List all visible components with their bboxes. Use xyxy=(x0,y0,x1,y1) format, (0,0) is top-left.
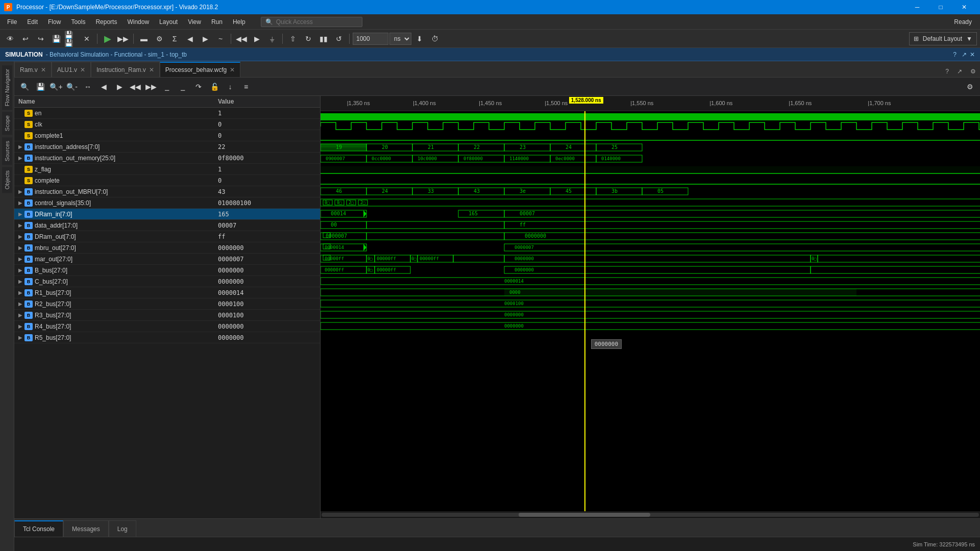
signal-expand-3[interactable]: ▶ xyxy=(18,144,24,149)
menu-flow[interactable]: Flow xyxy=(43,14,66,30)
signal-row-19[interactable]: ▶BR4_bus[27:0]0000000 xyxy=(14,321,320,332)
save-button[interactable]: 💾 xyxy=(49,32,63,46)
wave-del-marker-icon[interactable]: ⎯ xyxy=(176,80,190,94)
tab-settings-icon[interactable]: ⚙ xyxy=(966,66,980,77)
signal-row-20[interactable]: ▶BR5_bus[27:0]0000000 xyxy=(14,332,320,343)
arrow-right-button[interactable]: ▶ xyxy=(198,32,212,46)
sidebar-tab-objects[interactable]: Objects xyxy=(2,167,12,193)
wave-search-icon[interactable]: 🔍 xyxy=(17,80,32,94)
signal-row-7[interactable]: ▶Binstruction_out_MBRU[7:0]43 xyxy=(14,186,320,197)
signal-row-5[interactable]: Sz_flag1 xyxy=(14,164,320,175)
signal-row-6[interactable]: Scomplete0 xyxy=(14,175,320,186)
signal-row-12[interactable]: ▶Bmbru_out[27:0]0000000 xyxy=(14,242,320,254)
menu-view[interactable]: View xyxy=(183,14,206,30)
signal-row-17[interactable]: ▶BR2_bus[27:0]0000100 xyxy=(14,298,320,310)
wave-stretch-icon[interactable]: ↓ xyxy=(223,80,237,94)
wave-zoom-in-icon[interactable]: 🔍+ xyxy=(49,80,63,94)
wave-save-icon[interactable]: 💾 xyxy=(33,80,47,94)
up-button[interactable]: ⇧ xyxy=(286,32,300,46)
signal-row-10[interactable]: ▶Bdata_addr[17:0]00007 xyxy=(14,220,320,231)
tab-float-icon[interactable]: ↗ xyxy=(953,66,966,77)
menu-file[interactable]: File xyxy=(2,14,22,30)
sum-button[interactable]: Σ xyxy=(167,32,182,46)
quick-access-bar[interactable]: 🔍 xyxy=(261,17,362,27)
signal-row-1[interactable]: Sclk0 xyxy=(14,119,320,130)
waveform-canvas[interactable]: 19 20 21 22 23 24 25 xyxy=(321,111,980,511)
close-button2[interactable]: ✕ xyxy=(80,32,94,46)
waveform-scrollbar[interactable] xyxy=(321,511,980,518)
signal-expand-16[interactable]: ▶ xyxy=(18,290,24,295)
signal-expand-7[interactable]: ▶ xyxy=(18,189,24,194)
wave-button[interactable]: ~ xyxy=(213,32,228,46)
close-button[interactable]: ✕ xyxy=(952,0,976,14)
signal-expand-10[interactable]: ▶ xyxy=(18,222,24,228)
run-button[interactable]: ▶ xyxy=(101,32,115,46)
tab-log[interactable]: Log xyxy=(109,520,136,537)
restart-button[interactable]: ◀◀ xyxy=(234,32,249,46)
signal-expand-20[interactable]: ▶ xyxy=(18,335,24,340)
run-all-button[interactable]: ▶▶ xyxy=(116,32,130,46)
wave-prev-icon[interactable]: ◀ xyxy=(96,80,111,94)
signal-expand-17[interactable]: ▶ xyxy=(18,301,24,307)
maximize-button[interactable]: □ xyxy=(929,0,952,14)
menu-layout[interactable]: Layout xyxy=(154,14,183,30)
wave-next-icon[interactable]: ▶ xyxy=(112,80,127,94)
sim-time-apply[interactable]: ⬇ xyxy=(412,32,427,46)
clock-btn[interactable]: ⏱ xyxy=(428,32,442,46)
save-all-button[interactable]: 💾💾 xyxy=(64,32,79,46)
sidebar-tab-flow-navigator[interactable]: Flow Navigator xyxy=(2,65,12,110)
tab-instruction-ram-v-close[interactable]: ✕ xyxy=(149,66,154,73)
signal-expand-11[interactable]: ▶ xyxy=(18,234,24,239)
signal-expand-15[interactable]: ▶ xyxy=(18,279,24,284)
signal-row-14[interactable]: ▶BB_bus[27:0]0000000 xyxy=(14,265,320,276)
signal-expand-8[interactable]: ▶ xyxy=(18,200,24,206)
step-button[interactable]: ▬ xyxy=(137,32,151,46)
tab-tcl-console[interactable]: Tcl Console xyxy=(14,520,63,537)
signal-expand-14[interactable]: ▶ xyxy=(18,267,24,273)
signal-expand-18[interactable]: ▶ xyxy=(18,312,24,318)
wave-first-icon[interactable]: ◀◀ xyxy=(128,80,142,94)
signal-expand-13[interactable]: ▶ xyxy=(18,256,24,262)
scrollbar-thumb[interactable] xyxy=(519,513,650,517)
sim-time-input[interactable] xyxy=(353,33,388,45)
signal-expand-9[interactable]: ▶ xyxy=(18,211,24,217)
menu-tools[interactable]: Tools xyxy=(66,14,90,30)
wave-zoom-fit-icon[interactable]: ↔ xyxy=(81,80,95,94)
signal-row-8[interactable]: ▶Bcontrol_signals[35:0]010080100 xyxy=(14,197,320,209)
help-icon[interactable]: ? xyxy=(953,51,957,58)
signal-row-2[interactable]: Scomplete10 xyxy=(14,130,320,141)
tab-help-icon[interactable]: ? xyxy=(941,66,953,77)
wave-expand-icon[interactable]: ≡ xyxy=(239,80,253,94)
refresh-button[interactable]: ↻ xyxy=(301,32,315,46)
pause-button[interactable]: ▮▮ xyxy=(316,32,331,46)
tab-instruction-ram-v[interactable]: Instruction_Ram.v ✕ xyxy=(91,62,160,77)
signal-row-0[interactable]: Sen1 xyxy=(14,108,320,119)
tab-alu1-v[interactable]: ALU1.v ✕ xyxy=(52,62,91,77)
settings-button[interactable]: ⚙ xyxy=(152,32,166,46)
signal-expand-12[interactable]: ▶ xyxy=(18,245,24,251)
reload-button[interactable]: ↺ xyxy=(332,32,346,46)
tab-ram-v[interactable]: Ram.v ✕ xyxy=(14,62,52,77)
signal-row-4[interactable]: ▶Binstruction_out_memory[25:0]0f80000 xyxy=(14,153,320,164)
waveform-display[interactable]: |1,350 ns |1,400 ns |1,450 ns |1,500 ns … xyxy=(321,96,980,518)
wave-lock-icon[interactable]: 🔓 xyxy=(207,80,222,94)
signal-row-11[interactable]: ▶BDRam_out[7:0]ff xyxy=(14,231,320,242)
sidebar-tab-scope[interactable]: Scope xyxy=(2,112,12,135)
sidebar-tab-sources[interactable]: Sources xyxy=(2,137,12,165)
tab-messages[interactable]: Messages xyxy=(63,520,109,537)
tab-alu1-v-close[interactable]: ✕ xyxy=(80,66,85,73)
step-fwd-button[interactable]: ⏚ xyxy=(265,32,279,46)
signal-row-13[interactable]: ▶Bmar_out[27:0]0000007 xyxy=(14,254,320,265)
wave-zoom-out-icon[interactable]: 🔍- xyxy=(65,80,79,94)
play-button[interactable]: ▶ xyxy=(250,32,264,46)
menu-run[interactable]: Run xyxy=(206,14,228,30)
undo-button[interactable]: ↩ xyxy=(18,32,33,46)
signal-expand-4[interactable]: ▶ xyxy=(18,155,24,161)
wave-settings-icon[interactable]: ⚙ xyxy=(963,80,977,94)
sim-time-unit-select[interactable]: ns ps us xyxy=(389,33,411,45)
minimize-button[interactable]: ─ xyxy=(905,0,929,14)
quick-access-input[interactable] xyxy=(276,18,358,26)
wave-last-icon[interactable]: ▶▶ xyxy=(144,80,158,94)
signal-row-16[interactable]: ▶BR1_bus[27:0]0000014 xyxy=(14,287,320,298)
float-icon[interactable]: ↗ xyxy=(962,51,967,58)
